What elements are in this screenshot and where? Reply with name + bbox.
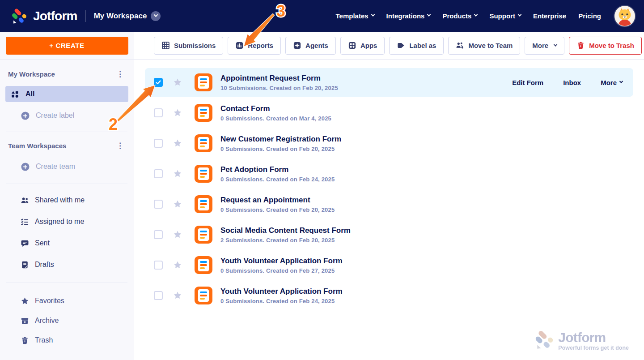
edit-form-button[interactable]: Edit Form	[512, 79, 543, 86]
sidebar-item-assigned-to-me[interactable]: Assigned to me	[0, 211, 134, 232]
workspace-switcher[interactable]: My Workspace	[94, 11, 161, 21]
submissions-grid-icon	[161, 41, 170, 50]
form-title[interactable]: New Customer Registration Form	[220, 135, 341, 144]
trash-icon	[576, 41, 585, 50]
form-row[interactable]: Contact Form 0 Submissions. Created on M…	[145, 99, 633, 127]
agents-button[interactable]: Agents	[285, 37, 336, 55]
star-icon[interactable]	[173, 108, 182, 117]
sidebar-item-label: Create label	[36, 111, 74, 120]
team-workspaces-heading: Team Workspaces ⋮	[0, 141, 134, 150]
chevron-down-icon[interactable]	[151, 11, 161, 21]
form-row[interactable]: Appointment Request Form 10 Submissions.…	[145, 68, 633, 97]
label-tag-icon	[397, 41, 405, 50]
form-row[interactable]: Social Media Content Request Form 2 Subm…	[145, 220, 633, 249]
sidebar-item-label: Shared with me	[35, 196, 85, 204]
top-navbar: Jotform My Workspace Templates Integrati…	[0, 0, 644, 32]
form-icon	[195, 104, 212, 122]
form-title[interactable]: Social Media Content Request Form	[220, 226, 351, 235]
row-checkbox-checked[interactable]	[154, 78, 163, 87]
row-actions: Edit Form Inbox More	[512, 79, 623, 86]
sidebar-item-all[interactable]: All	[5, 86, 128, 102]
star-icon[interactable]	[173, 200, 182, 209]
reports-button[interactable]: Reports	[228, 37, 281, 55]
nav-pricing[interactable]: Pricing	[578, 12, 601, 20]
plus-circle-icon	[21, 162, 30, 171]
form-list: Appointment Request Form 10 Submissions.…	[134, 60, 644, 310]
star-icon[interactable]	[173, 78, 182, 87]
sidebar-item-label: Trash	[35, 336, 53, 344]
apps-icon	[348, 41, 356, 50]
form-title[interactable]: Appointment Request Form	[220, 74, 338, 83]
star-icon[interactable]	[173, 230, 182, 239]
row-checkbox[interactable]	[154, 108, 163, 117]
form-row[interactable]: Request an Appointment 0 Submissions. Cr…	[145, 190, 633, 219]
nav-enterprise[interactable]: Enterprise	[533, 12, 566, 20]
star-icon[interactable]	[173, 291, 182, 300]
row-checkbox[interactable]	[154, 200, 163, 209]
star-icon[interactable]	[173, 169, 182, 178]
sidebar-item-label: Assigned to me	[35, 218, 84, 226]
form-icon	[195, 165, 212, 183]
kebab-menu-icon[interactable]: ⋮	[114, 141, 127, 150]
nav-products[interactable]: Products	[442, 12, 477, 20]
row-more-button[interactable]: More	[601, 79, 623, 86]
move-to-team-button[interactable]: Move to Team	[448, 37, 520, 55]
row-checkbox[interactable]	[154, 230, 163, 239]
form-row[interactable]: Youth Volunteer Application Form 0 Submi…	[145, 281, 633, 310]
sidebar-divider	[6, 184, 127, 184]
form-title[interactable]: Contact Form	[220, 104, 331, 113]
top-nav-links: Templates Integrations Products Support …	[335, 12, 601, 20]
user-avatar[interactable]	[614, 6, 635, 26]
jotform-logo[interactable]: Jotform	[11, 8, 77, 25]
message-icon	[21, 239, 29, 248]
sidebar-item-favorites[interactable]: Favorites	[0, 291, 134, 311]
row-checkbox[interactable]	[154, 261, 163, 270]
form-title[interactable]: Pet Adoption Form	[220, 165, 335, 174]
form-meta: 0 Submissions. Created on Feb 24, 2025	[220, 176, 335, 183]
nav-templates[interactable]: Templates	[335, 12, 374, 20]
form-meta: 0 Submissions. Created on Feb 20, 2025	[220, 206, 335, 213]
navbar-divider	[85, 10, 86, 22]
chevron-down-icon	[518, 13, 521, 16]
star-icon	[21, 297, 29, 305]
form-row[interactable]: Pet Adoption Form 0 Submissions. Created…	[145, 159, 633, 188]
sidebar-item-sent[interactable]: Sent	[0, 232, 134, 254]
sidebar-item-label: All	[25, 90, 34, 98]
form-title[interactable]: Youth Volunteer Application Form	[220, 257, 343, 266]
more-button[interactable]: More	[525, 37, 564, 55]
sidebar-item-drafts[interactable]: Drafts	[0, 254, 134, 275]
sidebar-footer-list: Favorites Archive	[0, 291, 134, 350]
jotform-watermark: Jotform Powerful forms get it done	[534, 330, 629, 352]
nav-support[interactable]: Support	[489, 12, 521, 20]
sidebar-item-archive[interactable]: Archive	[0, 311, 134, 330]
watermark-tagline: Powerful forms get it done	[558, 345, 629, 351]
star-icon[interactable]	[173, 261, 182, 270]
row-checkbox[interactable]	[154, 291, 163, 300]
form-meta: 0 Submissions. Created on Feb 24, 2025	[220, 298, 343, 304]
move-to-trash-button[interactable]: Move to Trash	[569, 37, 642, 55]
form-row[interactable]: New Customer Registration Form 0 Submiss…	[145, 129, 633, 158]
form-title[interactable]: Request an Appointment	[220, 196, 335, 205]
form-meta: 10 Submissions. Created on Feb 20, 2025	[220, 85, 338, 91]
jotform-logo-icon	[11, 8, 28, 25]
sidebar-item-create-team[interactable]: Create team	[0, 160, 134, 173]
sidebar-item-trash[interactable]: Trash	[0, 330, 134, 350]
star-icon[interactable]	[173, 139, 182, 148]
row-checkbox[interactable]	[154, 139, 163, 148]
create-button[interactable]: + CREATE	[6, 37, 128, 55]
kebab-menu-icon[interactable]: ⋮	[114, 69, 127, 79]
form-title[interactable]: Youth Volunteer Application Form	[220, 287, 343, 296]
sidebar-item-create-label[interactable]: Create label	[0, 109, 134, 122]
apps-button[interactable]: Apps	[340, 37, 385, 55]
row-checkbox[interactable]	[154, 169, 163, 178]
form-row[interactable]: Youth Volunteer Application Form 0 Submi…	[145, 251, 633, 279]
label-as-button[interactable]: Label as	[389, 37, 444, 55]
sidebar-item-shared-with-me[interactable]: Shared with me	[0, 189, 134, 211]
all-shapes-icon	[11, 90, 19, 99]
submissions-button[interactable]: Submissions	[154, 37, 223, 55]
draft-icon	[21, 261, 29, 269]
agents-icon	[293, 41, 301, 50]
nav-integrations[interactable]: Integrations	[386, 12, 431, 20]
sidebar-item-label: Drafts	[35, 261, 54, 269]
inbox-button[interactable]: Inbox	[563, 79, 581, 86]
